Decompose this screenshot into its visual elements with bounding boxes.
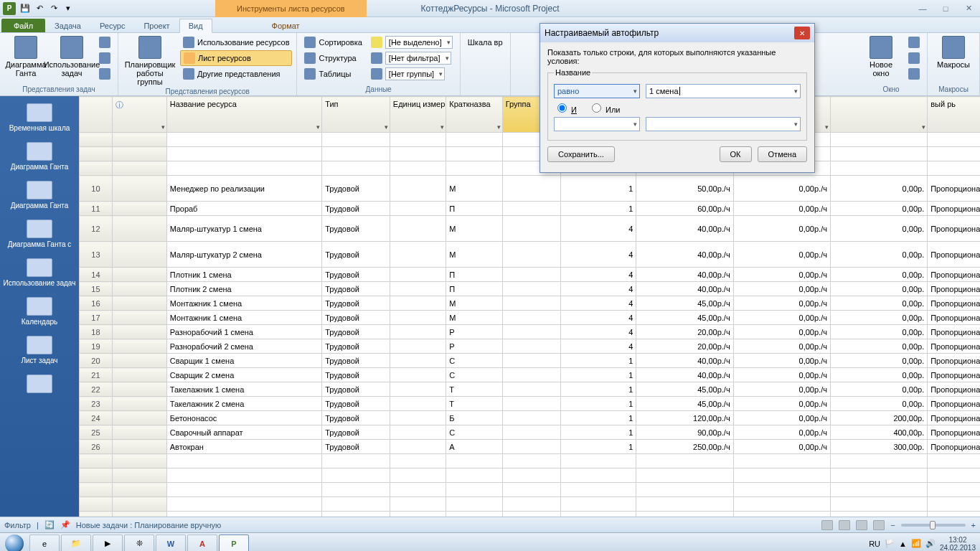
macros-button[interactable]: Макросы [932, 34, 975, 70]
value-2-combo[interactable] [646, 117, 801, 131]
table-row[interactable]: 15Плотник 2 сменаТрудовойП440,00р./ч0,00… [80, 282, 981, 296]
table-row[interactable] [80, 468, 981, 483]
gantt-chart-button[interactable]: Диаграмма Ганта [4, 34, 47, 79]
tab-file[interactable]: Файл [1, 19, 45, 32]
table-row[interactable]: 12Маляр-штукатур 1 сменаТрудовойМ440,00р… [80, 216, 981, 242]
task-ie-icon[interactable]: e [29, 534, 60, 552]
operator-2-combo[interactable] [554, 117, 640, 131]
column-header[interactable]: вый рь▾ [928, 97, 980, 133]
dialog-close-icon[interactable]: ✕ [794, 27, 810, 39]
and-radio[interactable]: И [554, 101, 577, 114]
table-row[interactable]: 13Маляр-штукатур 2 сменаТрудовойМ440,00р… [80, 242, 981, 268]
tab-project[interactable]: Проект [134, 19, 179, 32]
tray-volume-icon[interactable]: 🔊 [925, 539, 936, 548]
small-view-2[interactable] [96, 50, 113, 66]
small-view-3[interactable] [96, 66, 113, 82]
win-small-2[interactable] [905, 50, 923, 66]
table-row[interactable] [80, 497, 981, 512]
zoom-in-icon[interactable]: + [971, 521, 976, 529]
column-header[interactable]: Название ресурса▾ [166, 97, 321, 133]
view-shortcut-2[interactable] [839, 520, 850, 530]
view-shortcut-1[interactable] [821, 520, 833, 530]
save-button[interactable]: Сохранить... [547, 146, 615, 162]
task-usage-button[interactable]: Использование задач [50, 34, 93, 79]
win-small-3[interactable] [905, 66, 923, 82]
task-explorer-icon[interactable]: 📁 [61, 534, 91, 552]
tab-resource[interactable]: Ресурс [90, 19, 134, 32]
start-button[interactable] [0, 533, 29, 552]
small-view-1[interactable] [96, 34, 113, 50]
table-row[interactable] [80, 133, 981, 147]
sidebar-item[interactable] [0, 370, 79, 401]
task-pdf-icon[interactable]: A [187, 534, 217, 552]
qat-save-icon[interactable]: 💾 [19, 2, 32, 15]
sidebar-item[interactable]: Диаграмма Ганта [0, 138, 79, 176]
table-row[interactable] [80, 454, 981, 468]
view-shortcut-4[interactable] [873, 520, 885, 530]
tray-network-icon[interactable]: 📶 [911, 539, 921, 548]
resource-usage-button[interactable]: Использование ресурсов [180, 34, 292, 50]
column-header[interactable]: Краткназва▾ [446, 97, 502, 133]
table-row[interactable]: 10Менеджер по реализацииТрудовойМ150,00р… [80, 176, 981, 202]
tab-format[interactable]: Формат [263, 19, 309, 32]
filter-combo[interactable]: [Нет фильтра] [368, 50, 456, 66]
new-window-button[interactable]: Новое окно [859, 34, 903, 79]
task-project-icon[interactable]: P [219, 534, 249, 552]
dialog-titlebar[interactable]: Настраиваемый автофильтр ✕ [540, 24, 814, 42]
table-row[interactable]: 11ПрорабТрудовойП160,00р./ч0,00р./ч0,00р… [80, 202, 981, 216]
column-header[interactable]: ▾ [830, 97, 927, 133]
sidebar-item[interactable]: Временная шкала [0, 99, 79, 138]
table-row[interactable]: 14Плотник 1 сменаТрудовойП440,00р./ч0,00… [80, 268, 981, 282]
maximize-icon[interactable]: □ [937, 3, 954, 14]
qat-customize-icon[interactable]: ▾ [62, 2, 75, 15]
tab-view[interactable]: Вид [179, 19, 212, 33]
qat-redo-icon[interactable]: ↷ [47, 2, 60, 15]
table-row[interactable]: 16Монтажник 1 сменаТрудовойМ445,00р./ч0,… [80, 296, 981, 311]
status-refresh-icon[interactable]: 🔄 [44, 520, 55, 529]
tab-task[interactable]: Задача [45, 19, 90, 32]
task-media-icon[interactable]: ▶ [93, 534, 123, 552]
structure-button[interactable]: Структура [301, 50, 364, 66]
minimize-icon[interactable]: — [914, 3, 931, 14]
zoom-thumb[interactable] [930, 521, 936, 529]
sort-button[interactable]: Сортировка [301, 34, 364, 50]
ok-button[interactable]: ОК [720, 146, 752, 162]
task-app1-icon[interactable]: ❊ [124, 534, 154, 552]
group-combo[interactable]: [Нет группы] [368, 66, 456, 82]
table-row[interactable]: 25Сварочный аппаратТрудовойС190,00р./ч0,… [80, 425, 981, 440]
tray-flag-icon[interactable]: 🏳️ [885, 539, 895, 548]
table-row[interactable]: 26АвтокранТрудовойА1250,00р./ч0,00р./ч30… [80, 440, 981, 454]
sidebar-item[interactable]: Диаграмма Ганта [0, 176, 79, 215]
tables-button[interactable]: Таблицы [301, 66, 364, 82]
resource-sheet-button[interactable]: Лист ресурсов [180, 50, 292, 66]
column-header[interactable] [80, 97, 113, 133]
table-row[interactable]: 24БетононасосТрудовойБ1120,00р./ч0,00р./… [80, 411, 981, 425]
tray-up-icon[interactable]: ▲ [899, 540, 907, 548]
column-header[interactable]: Единиц измер материа▾ [390, 97, 446, 133]
team-planner-button[interactable]: Планировщик работы группы [123, 34, 177, 88]
or-radio[interactable]: Или [588, 101, 621, 114]
sidebar-item[interactable]: Диаграмма Ганта с [0, 215, 79, 254]
operator-1-combo[interactable]: равно [554, 84, 640, 98]
other-views-button[interactable]: Другие представления [180, 66, 292, 82]
status-pin-icon[interactable]: 📌 [60, 520, 70, 529]
task-word-icon[interactable]: W [156, 534, 186, 552]
value-1-combo[interactable]: 1 смена [646, 84, 801, 98]
table-row[interactable]: 18Разнорабочий 1 сменаТрудовойР420,00р./… [80, 325, 981, 339]
table-row[interactable]: 20Сварщик 1 сменаТрудовойС140,00р./ч0,00… [80, 354, 981, 368]
grid-scroll[interactable]: ⓘ▾Название ресурса▾Тип▾Единиц измер мате… [79, 96, 980, 517]
sidebar-item[interactable]: Календарь [0, 293, 79, 331]
column-header[interactable]: ⓘ▾ [112, 97, 166, 133]
table-row[interactable]: 23Такелажник 2 сменаТрудовойТ145,00р./ч0… [80, 397, 981, 411]
sidebar-item[interactable]: Использование задач [0, 254, 79, 293]
table-row[interactable] [80, 161, 981, 176]
column-header[interactable]: Тип▾ [322, 97, 390, 133]
qat-undo-icon[interactable]: ↶ [33, 2, 46, 15]
close-icon[interactable]: ✕ [960, 3, 977, 14]
table-row[interactable] [80, 512, 981, 517]
tray-lang[interactable]: RU [869, 540, 880, 548]
tray-clock[interactable]: 13:02 24.02.2013 [940, 536, 976, 552]
win-small-1[interactable] [905, 34, 923, 50]
highlight-combo[interactable]: [Не выделено] [368, 34, 456, 50]
zoom-out-icon[interactable]: − [890, 521, 895, 529]
